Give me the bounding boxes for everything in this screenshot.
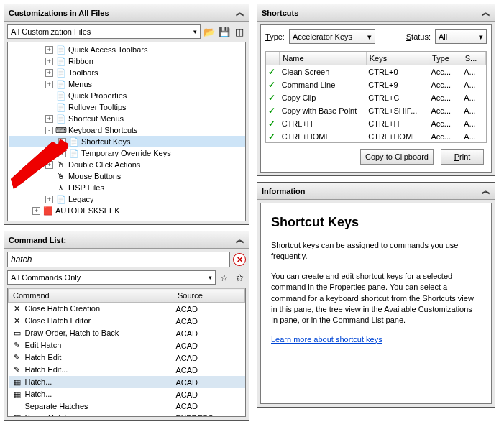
table-row[interactable]: ✕Close Hatch CreationACAD: [9, 303, 245, 316]
node-icon: 📄: [55, 194, 66, 204]
tree-item[interactable]: 📄Quick Properties: [9, 90, 245, 101]
print-button[interactable]: Print: [441, 149, 484, 165]
customization-files-dropdown-value: All Customization Files: [11, 27, 91, 36]
table-row[interactable]: ✎Edit HatchACAD: [9, 339, 245, 352]
expand-icon[interactable]: +: [45, 69, 53, 77]
column-check[interactable]: [266, 52, 280, 65]
learn-more-link[interactable]: Learn more about shortcut keys: [271, 335, 382, 344]
node-icon: λ: [55, 183, 66, 193]
customizations-panel: Customizations in All Files ︽ All Custom…: [4, 4, 249, 225]
tree-item[interactable]: +📄Temporary Override Keys: [9, 147, 245, 159]
table-row[interactable]: ✓Copy with Base PointCTRL+SHIF...Acc...A…: [266, 104, 486, 117]
shortcuts-panel: Shortcuts ︽ Type: Accelerator Keys ▾ Sta…: [257, 4, 495, 176]
type-dropdown[interactable]: Accelerator Keys ▾: [289, 29, 375, 44]
node-icon: 📄: [55, 91, 66, 101]
column-source[interactable]: Source: [173, 289, 245, 303]
table-row[interactable]: ▭Draw Order, Hatch to BackACAD: [9, 327, 245, 339]
expand-icon[interactable]: +: [32, 207, 40, 215]
expand-icon[interactable]: +: [45, 81, 53, 88]
table-row[interactable]: ▦Super Hatch...EXPRESS: [9, 412, 245, 417]
table-row[interactable]: ▦Hatch...ACAD: [9, 376, 245, 388]
table-row[interactable]: ✓CTRL+HCTRL+HAcc...A...: [266, 117, 486, 130]
info-heading: Shortcut Keys: [271, 215, 481, 230]
table-row[interactable]: ✎Hatch Edit...ACAD: [9, 364, 245, 376]
tree-item[interactable]: +📄Shortcut Menus: [9, 113, 245, 124]
node-icon: 📄: [68, 148, 79, 158]
tree-item-label: Shortcut Menus: [68, 114, 124, 123]
table-row[interactable]: Separate HatchesACAD: [9, 400, 245, 412]
command-icon: ✎: [12, 341, 23, 350]
table-row[interactable]: ✓Command LineCTRL+9Acc...A...: [266, 78, 486, 91]
command-table[interactable]: Command Source ✕Close Hatch CreationACAD…: [8, 288, 245, 417]
collapse-icon[interactable]: ︽: [482, 6, 490, 19]
tree-item-label: Double Click Actions: [68, 160, 140, 169]
collapse-icon[interactable]: ︽: [236, 234, 244, 246]
check-icon: ✓: [268, 106, 275, 116]
tree-item[interactable]: +📄Toolbars: [9, 67, 245, 78]
collapse-icon[interactable]: ︽: [482, 185, 490, 197]
command-search-input[interactable]: [7, 252, 230, 267]
tree-item[interactable]: +🟥AUTODESKSEEK: [9, 205, 245, 216]
column-s[interactable]: S...: [462, 52, 485, 65]
tree-item-label: Legacy: [68, 195, 93, 203]
tree-item-label: Mouse Buttons: [68, 172, 121, 180]
tree-item[interactable]: +📄Quick Access Toolbars: [9, 44, 245, 55]
expand-icon[interactable]: +: [58, 138, 66, 146]
information-title: Information: [262, 187, 482, 196]
expand-icon[interactable]: +: [45, 115, 53, 123]
tree-item[interactable]: -⌨Keyboard Shortcuts: [9, 124, 245, 136]
customization-files-dropdown[interactable]: All Customization Files ▾: [7, 24, 201, 39]
open-file-button[interactable]: 📂: [203, 25, 216, 38]
table-row[interactable]: ▦Hatch...ACAD: [9, 388, 245, 400]
check-icon: ✓: [268, 80, 275, 90]
find-command-button[interactable]: ✩: [233, 271, 246, 284]
table-row[interactable]: ✓Copy ClipCTRL+CAcc...A...: [266, 91, 486, 104]
tree-item[interactable]: 🖱Mouse Buttons: [9, 170, 245, 182]
tree-item-label: Keyboard Shortcuts: [68, 126, 138, 134]
copy-clipboard-button[interactable]: Copy to Clipboard: [360, 149, 434, 165]
tree-item[interactable]: λLISP Files: [9, 182, 245, 193]
status-value: All: [439, 32, 447, 41]
expand-icon[interactable]: +: [45, 58, 53, 65]
command-filter-dropdown[interactable]: All Commands Only ▾: [7, 270, 216, 285]
column-keys[interactable]: Keys: [366, 52, 429, 65]
check-icon: ✓: [268, 67, 275, 77]
tree-item[interactable]: +🖱Double Click Actions: [9, 159, 245, 170]
status-dropdown[interactable]: All ▾: [435, 29, 487, 44]
tree-item-label: Rollover Tooltips: [68, 103, 127, 111]
tree-item[interactable]: +📄Shortcut Keys: [9, 136, 245, 147]
expand-icon[interactable]: +: [58, 150, 66, 157]
command-icon: ▦: [12, 413, 23, 417]
tree-item[interactable]: +📄Menus: [9, 78, 245, 90]
command-list-header: Command List: ︽: [4, 231, 249, 249]
command-icon: ✕: [12, 316, 23, 326]
node-icon: 📄: [55, 45, 66, 55]
information-panel: Information ︽ Shortcut Keys Shortcut key…: [257, 182, 495, 408]
table-row[interactable]: ✎Hatch EditACAD: [9, 352, 245, 364]
table-row[interactable]: ✓CTRL+HOMECTRL+HOMEAcc...A...: [266, 130, 486, 143]
column-name[interactable]: Name: [280, 52, 367, 65]
expand-icon: [45, 184, 53, 192]
tree-item[interactable]: 📄Rollover Tooltips: [9, 101, 245, 113]
expand-icon[interactable]: +: [45, 46, 53, 54]
tree-item[interactable]: +📄Ribbon: [9, 55, 245, 67]
collapse-icon[interactable]: -: [45, 127, 53, 134]
expand-icon: [45, 104, 53, 111]
column-type[interactable]: Type: [429, 52, 462, 65]
table-row[interactable]: ✓Clean ScreenCTRL+0Acc...A...: [266, 65, 486, 79]
column-command[interactable]: Command: [9, 289, 173, 303]
tree-item-label: AUTODESKSEEK: [55, 206, 120, 215]
save-button[interactable]: 💾: [218, 25, 231, 38]
tree-item[interactable]: +📄Legacy: [9, 193, 245, 205]
new-command-button[interactable]: ☆: [218, 271, 231, 284]
expand-icon[interactable]: +: [45, 161, 53, 169]
tree-item-label: Quick Access Toolbars: [68, 45, 147, 54]
customization-tree[interactable]: +📄Quick Access Toolbars+📄Ribbon+📄Toolbar…: [7, 42, 246, 221]
expand-icon: [45, 173, 53, 180]
expand-icon[interactable]: +: [45, 196, 53, 203]
table-row[interactable]: ✕Close Hatch EditorACAD: [9, 315, 245, 327]
clear-search-button[interactable]: ✕: [233, 253, 246, 266]
collapse-icon[interactable]: ︽: [236, 6, 244, 19]
shortcuts-table[interactable]: Name Keys Type S... ✓Clean ScreenCTRL+0A…: [266, 52, 486, 143]
panes-button[interactable]: ◫: [233, 25, 246, 38]
